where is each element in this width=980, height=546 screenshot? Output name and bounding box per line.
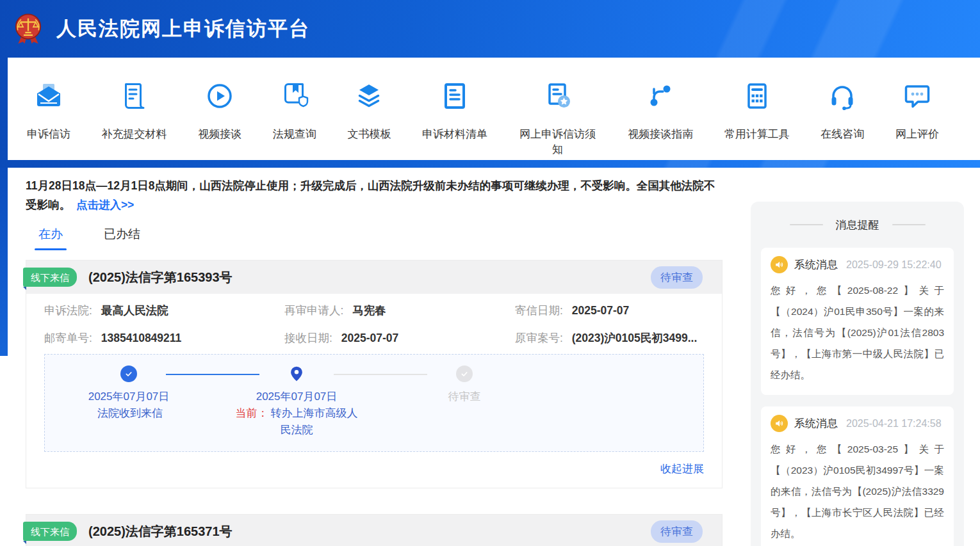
message-body: 您好，您【2025-03-25】关于【（2023）沪0105民初34997号】一… xyxy=(771,438,944,544)
field-value: (2023)沪0105民初3499... xyxy=(572,332,698,344)
nav-item[interactable]: 网上评价 xyxy=(895,81,939,160)
timeline-node xyxy=(288,365,305,382)
calculator-icon xyxy=(742,81,772,111)
message-card[interactable]: 系统消息 2025-04-21 17:24:58 您好，您【2025-03-25… xyxy=(761,406,954,546)
timeline-step: 2025年07月07日 法院收到来信 xyxy=(45,365,213,438)
step-action-text: 法院收到来信 xyxy=(97,407,163,419)
video-guide-icon xyxy=(645,81,676,111)
nav-item[interactable]: 在线咨询 xyxy=(821,81,864,160)
case-field: 寄信日期: 2025-07-07 xyxy=(515,303,704,318)
message-header: 系统消息 2025-09-29 15:22:40 xyxy=(771,256,944,273)
location-pin-icon xyxy=(288,364,305,383)
cases-list: 线下来信 (2025)法信字第165393号 待审查 申诉法院: 最高人民法院 xyxy=(26,260,723,546)
nav-item[interactable]: 视频接谈指南 xyxy=(628,81,693,160)
timeline-node xyxy=(120,365,137,382)
case-fields: 申诉法院: 最高人民法院 再审申请人: 马宪春 寄信日期: xyxy=(44,303,704,346)
field-label: 接收日期: xyxy=(284,332,332,344)
nav-item[interactable]: 申诉材料清单 xyxy=(422,81,487,160)
message-type: 系统消息 xyxy=(794,257,838,272)
message-timestamp: 2025-04-21 17:24:58 xyxy=(846,418,942,430)
nav-bar: 申诉信访 补充提交材料 视频接谈 法规查询 文书模板 xyxy=(8,58,980,160)
case-field: 申诉法院: 最高人民法院 xyxy=(44,303,284,318)
timeline-step-date: 2025年07月07日 xyxy=(88,389,170,405)
speaker-icon xyxy=(771,256,788,273)
offline-letter-badge: 线下来信 xyxy=(23,268,77,287)
title-dash-left xyxy=(790,224,823,225)
collapse-progress-link[interactable]: 收起进展 xyxy=(660,463,704,475)
material-list-icon xyxy=(439,81,470,111)
field-label: 再审申请人: xyxy=(284,304,343,317)
nav-item-label: 视频接谈 xyxy=(198,127,241,142)
tab[interactable]: 在办 xyxy=(38,226,63,250)
timeline-step-date: 待审查 xyxy=(448,389,481,405)
nav-item-label: 申诉信访 xyxy=(27,127,70,142)
nav-item[interactable]: 常用计算工具 xyxy=(724,81,790,160)
message-body: 您好，您【2025-08-22】关于【（2024）沪01民申350号】一案的来信… xyxy=(771,280,944,385)
app-header: 人民法院网上申诉信访平台 xyxy=(0,0,980,58)
messages-title-text: 消息提醒 xyxy=(836,218,879,232)
main-panel: 11月28日18点—12月1日8点期间，山西法院停止使用；升级完成后，山西法院升… xyxy=(8,168,738,546)
case-field: 原审案号: (2023)沪0105民初3499... xyxy=(515,330,704,346)
timeline-step-text xyxy=(463,405,466,422)
nav-item[interactable]: 视频接谈 xyxy=(198,81,241,160)
message-timestamp: 2025-09-29 15:22:40 xyxy=(846,259,942,271)
field-label: 寄信日期: xyxy=(515,304,563,317)
case-card-header: 线下来信 (2025)法信字第165393号 待审查 xyxy=(26,261,722,294)
nav-item[interactable]: 申诉信访 xyxy=(27,81,70,160)
timeline-node xyxy=(456,365,473,382)
status-badge: 待审查 xyxy=(651,520,703,543)
nav-item-label: 法规查询 xyxy=(273,127,316,142)
timeline-step: 2025年07月07日 当前：转办上海市高级人民法院 xyxy=(213,365,380,438)
case-field: 邮寄单号: 1385410849211 xyxy=(44,330,284,346)
petition-notice-icon xyxy=(543,81,573,111)
nav-item[interactable]: 网上申诉信访须知 xyxy=(519,81,597,160)
timeline-step: 待审查 xyxy=(380,365,548,438)
video-interview-icon xyxy=(204,81,235,111)
page-root: { "colors": { "brand_blue": "#1a6ef5", "… xyxy=(0,0,980,546)
check-icon xyxy=(459,369,470,379)
case-card-header: 线下来信 (2025)法信字第165371号 待审查 xyxy=(26,515,722,546)
app-title: 人民法院网上申诉信访平台 xyxy=(56,15,310,42)
current-label: 当前： xyxy=(236,407,268,419)
nav-item-label: 网上申诉信访须知 xyxy=(519,127,597,157)
nav-item[interactable]: 文书模板 xyxy=(347,81,391,160)
nav-item-label: 文书模板 xyxy=(347,127,391,142)
messages-panel: 消息提醒 系统消息 2025-09-29 15:22:40 您好，您【2025-… xyxy=(751,202,964,546)
supplement-material-icon xyxy=(119,81,150,111)
field-label: 原审案号: xyxy=(515,332,563,344)
case-field: 再审申请人: 马宪春 xyxy=(284,303,515,318)
message-type: 系统消息 xyxy=(794,416,838,431)
nav-item-label: 在线咨询 xyxy=(821,127,864,142)
field-label: 邮寄单号: xyxy=(44,332,92,344)
notice-enter-link[interactable]: 点击进入>> xyxy=(76,198,134,211)
law-search-icon xyxy=(279,81,310,111)
message-card[interactable]: 系统消息 2025-09-29 15:22:40 您好，您【2025-08-22… xyxy=(761,248,954,395)
nav-item-label: 申诉材料清单 xyxy=(422,127,487,142)
nav-item[interactable]: 补充提交材料 xyxy=(102,81,167,160)
case-number-title: (2025)法信字第165371号 xyxy=(88,523,233,540)
messages-panel-title: 消息提醒 xyxy=(761,202,954,248)
tab-bar: 在办 已办结 xyxy=(26,226,723,250)
collapse-row: 收起进展 xyxy=(44,462,704,476)
field-value: 2025-07-07 xyxy=(572,304,630,317)
case-card: 线下来信 (2025)法信字第165371号 待审查 xyxy=(26,514,723,546)
offline-letter-badge: 线下来信 xyxy=(23,522,77,541)
progress-timeline: 2025年07月07日 法院收到来信 xyxy=(44,354,704,452)
timeline-step-date: 2025年07月07日 xyxy=(256,389,338,405)
field-label: 申诉法院: xyxy=(44,304,92,317)
title-dash-right xyxy=(892,224,926,225)
field-value: 马宪春 xyxy=(352,304,386,317)
nav-item[interactable]: 法规查询 xyxy=(273,81,316,160)
nav-item-label: 视频接谈指南 xyxy=(628,127,693,142)
nav-item-label: 常用计算工具 xyxy=(724,127,790,142)
case-field: 接收日期: 2025-07-07 xyxy=(284,330,515,346)
notice-bar: 11月28日18点—12月1日8点期间，山西法院停止使用；升级完成后，山西法院升… xyxy=(26,176,720,214)
tab[interactable]: 已办结 xyxy=(104,226,140,250)
step-action-text: 转办上海市高级人民法院 xyxy=(271,407,358,436)
status-badge: 待审查 xyxy=(651,266,703,289)
check-icon xyxy=(124,369,134,379)
online-consult-icon xyxy=(827,81,858,111)
message-header: 系统消息 2025-04-21 17:24:58 xyxy=(771,415,944,432)
case-card: 线下来信 (2025)法信字第165393号 待审查 申诉法院: 最高人民法院 xyxy=(26,260,723,488)
nav-item-label: 补充提交材料 xyxy=(102,127,167,142)
